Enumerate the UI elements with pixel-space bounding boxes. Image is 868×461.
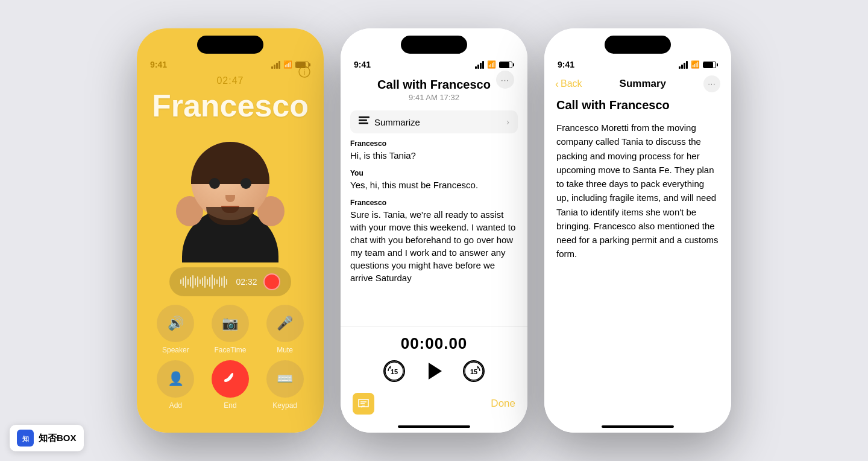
record-button[interactable] xyxy=(263,273,280,290)
transcript-body: Francesco Hi, is this Tania? You Yes, hi… xyxy=(341,139,527,326)
call-buttons-grid: 🔊 Speaker 📷 FaceTime 🎤 Mute 👤 Add xyxy=(137,305,324,410)
info-icon[interactable]: i xyxy=(298,66,310,80)
wl19 xyxy=(224,276,225,288)
status-bar-1: 9:41 📶 xyxy=(137,56,324,69)
svg-text:i: i xyxy=(304,68,306,77)
play-button[interactable] xyxy=(422,359,446,383)
wifi-icon-2: 📶 xyxy=(487,60,496,69)
more-icon-3: ··· xyxy=(708,80,715,88)
battery-2 xyxy=(499,62,514,68)
end-label: End xyxy=(224,401,236,410)
svg-text:15: 15 xyxy=(470,368,477,375)
wifi-icon-1: 📶 xyxy=(283,60,292,69)
text-2: Sure is. Tania, we're all ready to assis… xyxy=(350,208,518,284)
mute-button[interactable]: 🎤 Mute xyxy=(260,305,309,354)
end-icon xyxy=(212,360,249,398)
svg-rect-3 xyxy=(359,119,367,121)
back-chevron-icon: ‹ xyxy=(555,78,559,91)
speaker-label: Speaker xyxy=(162,346,189,354)
memoji-eye-right xyxy=(241,178,251,189)
status-bar-2: 9:41 📶 xyxy=(341,56,527,69)
call-screen: 9:41 📶 xyxy=(137,28,324,433)
memoji-eye-left xyxy=(209,178,220,189)
speaker-1: You xyxy=(350,169,518,177)
transcript-entry-0: Francesco Hi, is this Tania? xyxy=(350,139,518,162)
wl6 xyxy=(192,275,193,288)
wl15 xyxy=(214,278,215,285)
signal-bar-3 xyxy=(276,63,278,69)
signal-bar-4 xyxy=(278,61,280,69)
battery-3 xyxy=(703,62,718,68)
more-button-3[interactable]: ··· xyxy=(703,75,720,92)
signal-bar-1 xyxy=(271,66,273,69)
wl5 xyxy=(190,277,191,287)
summarize-label: Summarize xyxy=(374,117,420,127)
done-button[interactable]: Done xyxy=(491,398,515,410)
text-1: Yes, hi, this must be Francesco. xyxy=(350,179,518,191)
s-bar-3 xyxy=(480,63,482,69)
sb1 xyxy=(679,66,681,69)
status-time-2: 9:41 xyxy=(354,60,371,69)
s-bar-1 xyxy=(475,66,477,69)
wl11 xyxy=(204,276,206,288)
wl3 xyxy=(185,276,186,288)
waveform-visual xyxy=(180,275,227,289)
sb4 xyxy=(686,61,688,69)
wl1 xyxy=(180,279,181,284)
transcript-title: Call with Francesco xyxy=(353,78,515,92)
caller-avatar xyxy=(170,130,291,262)
watermark-icon: 知 xyxy=(17,430,34,447)
wl14 xyxy=(212,275,213,289)
playback-controls: 15 15 xyxy=(383,359,485,383)
more-button-2[interactable]: ··· xyxy=(496,71,514,89)
keypad-label: Keypad xyxy=(272,401,297,410)
playback-timer: 00:00.00 xyxy=(401,334,468,353)
phone-1-active-call: 9:41 📶 xyxy=(137,28,324,433)
keypad-icon: ⌨️ xyxy=(266,360,304,398)
phone-3-summary: 9:41 📶 ‹ xyxy=(544,28,731,433)
transcript-entry-1: You Yes, hi, this must be Francesco. xyxy=(350,169,518,191)
dynamic-island-2 xyxy=(401,36,467,54)
back-button[interactable]: ‹ Back xyxy=(555,78,582,91)
facetime-button[interactable]: 📷 FaceTime xyxy=(206,305,255,354)
watermark: 知 知否BOX xyxy=(10,425,84,451)
summary-text: Francesco Moretti from the moving compan… xyxy=(556,121,719,261)
skip-forward-button[interactable]: 15 xyxy=(463,360,485,382)
chat-icon[interactable] xyxy=(353,393,374,415)
signal-bar-2 xyxy=(274,65,275,69)
waveform-bar: 02:32 xyxy=(169,267,291,296)
summary-nav-title: Summary xyxy=(620,78,666,90)
svg-rect-2 xyxy=(359,116,370,118)
summarize-chevron-icon: › xyxy=(506,117,509,127)
svg-rect-4 xyxy=(359,122,368,124)
end-button[interactable]: End xyxy=(206,360,255,410)
summarize-icon xyxy=(359,116,370,127)
facetime-label: FaceTime xyxy=(215,346,247,354)
summary-screen: 9:41 📶 ‹ xyxy=(544,28,731,433)
watermark-label: 知否BOX xyxy=(39,433,77,444)
waveform-time: 02:32 xyxy=(236,277,257,287)
speaker-button[interactable]: 🔊 Speaker xyxy=(151,305,200,354)
keypad-button[interactable]: ⌨️ Keypad xyxy=(260,360,309,410)
back-label: Back xyxy=(561,78,582,89)
wl13 xyxy=(209,277,210,287)
memoji-figure xyxy=(170,130,291,262)
facetime-icon: 📷 xyxy=(212,305,249,342)
add-button[interactable]: 👤 Add xyxy=(151,360,200,410)
text-0: Hi, is this Tania? xyxy=(350,149,518,162)
s-bar-4 xyxy=(482,61,484,69)
skip-back-button[interactable]: 15 xyxy=(383,360,405,382)
signal-bars-1 xyxy=(271,61,280,69)
caller-name: Francesco xyxy=(152,87,309,124)
summary-call-title: Call with Francesco xyxy=(556,98,719,112)
more-icon-2: ··· xyxy=(501,75,509,84)
summarize-bar[interactable]: Summarize › xyxy=(350,110,518,133)
mute-label: Mute xyxy=(277,346,293,354)
wl7 xyxy=(195,278,196,285)
summary-nav: ‹ Back Summary ··· xyxy=(544,69,731,92)
transcript-screen: 9:41 📶 ··· xyxy=(341,28,527,433)
wl9 xyxy=(200,279,201,284)
add-label: Add xyxy=(169,401,182,410)
status-time-1: 9:41 xyxy=(150,60,167,69)
summary-body: Call with Francesco Francesco Moretti fr… xyxy=(544,92,731,425)
